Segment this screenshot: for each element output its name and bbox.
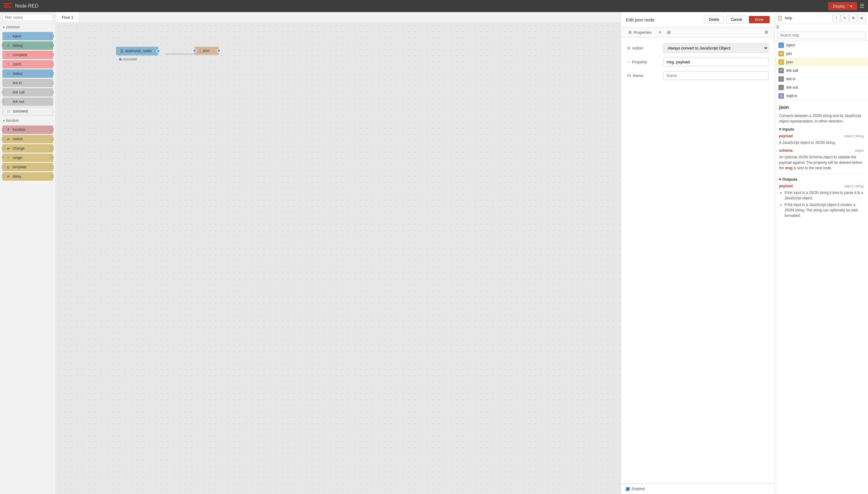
enabled-checkbox[interactable] <box>626 487 630 491</box>
filter-nodes-container <box>0 12 56 23</box>
properties-tab[interactable]: ⚙ Properties <box>624 28 655 37</box>
debug-icon: ≡ <box>5 43 11 48</box>
help-node-link-out[interactable]: → link out <box>775 83 868 92</box>
debug-port-left <box>2 44 5 47</box>
node-item-debug[interactable]: ≡ debug <box>2 41 53 50</box>
switch-icon: ⇌ <box>5 136 11 142</box>
flow-tab-1[interactable]: Flow 1 <box>56 12 80 22</box>
settings-icon[interactable]: ⚙ <box>762 27 771 37</box>
input-schema-type: object <box>855 149 864 152</box>
input-schema-name: schema <box>779 148 793 153</box>
link-in-node-label: link in <box>786 77 796 81</box>
help-search-container <box>775 30 868 41</box>
section-common[interactable]: ▾ common <box>0 23 56 31</box>
menu-button[interactable]: ☰ <box>860 3 864 10</box>
name-input[interactable] <box>663 71 769 80</box>
property-label: ··· Property <box>627 60 663 64</box>
edit-panel-actions: Delete Cancel Done <box>704 16 770 23</box>
action-icon: ⊙ <box>627 46 630 50</box>
app-logo <box>4 3 12 9</box>
node-item-complete[interactable]: ! complete <box>2 51 53 59</box>
link-call-badge: ↗ <box>778 68 784 73</box>
node-item-inject[interactable]: → inject <box>2 32 53 40</box>
help-node-list: ☰ → inject ⊕ join {} json ↗ link call <box>775 24 868 100</box>
help-node-mqtt-in[interactable]: )) mqtt in <box>775 92 868 100</box>
node-item-function[interactable]: f function <box>2 126 53 134</box>
done-button[interactable]: Done <box>749 16 770 23</box>
delay-port-left <box>2 175 5 178</box>
filter-nodes-input[interactable] <box>2 14 53 21</box>
sidebar: ▾ common → inject ≡ debug ! complete ! <box>0 12 56 494</box>
node-item-change[interactable]: ⇌ change <box>2 144 53 153</box>
help-extra-btn[interactable]: ⊞ <box>858 14 866 22</box>
properties-gear-icon: ⚙ <box>628 30 632 35</box>
help-node-link-in[interactable]: → link in <box>775 75 868 83</box>
tab-appearance[interactable]: ⊞ <box>665 27 673 37</box>
output-payload-name: payload <box>779 184 793 188</box>
delete-button[interactable]: Delete <box>704 16 724 23</box>
template-port-right <box>51 166 54 169</box>
function-icon: f <box>5 127 11 132</box>
outputs-arrow: ▾ <box>779 177 781 182</box>
status-label: connected <box>123 58 137 61</box>
help-node-inject[interactable]: → inject <box>775 41 868 50</box>
mqtt-node-label: /test/node_red/in <box>125 49 152 53</box>
help-inputs-header: ▾ Inputs <box>779 127 864 132</box>
flow-canvas[interactable]: )) /test/node_red/in {} json connected <box>56 23 621 494</box>
node-item-comment[interactable]: □ comment <box>2 107 53 116</box>
tab-description[interactable]: ≡ <box>656 27 663 37</box>
enabled-checkbox-label[interactable]: Enabled <box>626 487 645 491</box>
section-function-label: function <box>6 118 19 123</box>
msg-highlight: msg <box>785 166 793 170</box>
help-edit-btn[interactable]: ✎ <box>841 14 849 22</box>
link-in-port-right <box>51 81 54 84</box>
cancel-button[interactable]: Cancel <box>726 16 747 23</box>
node-item-link-out[interactable]: link out <box>2 97 53 106</box>
mqtt-in-node-label: mqtt in <box>786 94 797 98</box>
node-item-template[interactable]: {} template <box>2 163 53 171</box>
template-port-left <box>2 166 5 169</box>
form-row-action: ⊙ Action Always convert to JavaScript Ob… <box>627 43 769 53</box>
complete-icon: ! <box>5 52 11 58</box>
json-node-label: json <box>786 60 793 64</box>
canvas-node-mqtt[interactable]: )) /test/node_red/in <box>116 47 158 55</box>
help-node-join[interactable]: ⊕ join <box>775 50 868 58</box>
catch-port-right <box>51 63 54 66</box>
name-icon: 🏷 <box>627 73 631 78</box>
node-item-switch[interactable]: ⇌ switch <box>2 135 53 143</box>
node-item-status[interactable]: ~ status <box>2 69 53 78</box>
help-panel-icon: 📋 <box>777 16 782 20</box>
link-out-badge: → <box>778 85 784 90</box>
node-item-range[interactable]: i range <box>2 153 53 162</box>
help-settings-btn[interactable]: ⚙ <box>849 14 857 22</box>
topbar-left: Node-RED <box>4 3 38 9</box>
status-port-right <box>51 72 54 75</box>
node-item-link-in[interactable]: link in <box>2 79 53 87</box>
output-payload-type: object | string <box>844 184 864 188</box>
help-input-schema-row: schema object <box>779 148 864 153</box>
node-item-delay[interactable]: ⟳ delay <box>2 172 53 180</box>
action-select[interactable]: Always convert to JavaScript Object Alwa… <box>663 43 769 53</box>
help-panel-header: 📋 help i ✎ ⚙ ⊞ <box>775 12 868 24</box>
help-node-link-call[interactable]: ↗ link call <box>775 66 868 75</box>
node-item-link-call[interactable]: link call <box>2 88 53 96</box>
range-port-right <box>51 156 54 159</box>
link-out-port-left <box>2 100 5 103</box>
help-search-input[interactable] <box>777 32 866 39</box>
link-out-icon <box>5 99 11 104</box>
help-divider <box>779 174 864 174</box>
help-info-btn[interactable]: i <box>832 14 840 22</box>
function-port-right <box>51 128 54 131</box>
topbar: Node-RED Deploy ▾ ☰ <box>0 0 868 12</box>
section-function[interactable]: ▾ function <box>0 117 56 125</box>
node-item-catch[interactable]: ! catch <box>2 60 53 69</box>
node-label-link-out: link out <box>13 99 24 104</box>
json-port-right <box>217 49 220 53</box>
property-input[interactable] <box>663 58 769 66</box>
node-label-comment: comment <box>13 109 28 113</box>
help-list-btn[interactable]: ☰ <box>775 24 868 30</box>
help-node-json[interactable]: {} json <box>775 58 868 66</box>
canvas-node-json[interactable]: {} json <box>195 47 219 55</box>
deploy-button[interactable]: Deploy ▾ <box>828 2 857 10</box>
switch-port-right <box>51 137 54 140</box>
